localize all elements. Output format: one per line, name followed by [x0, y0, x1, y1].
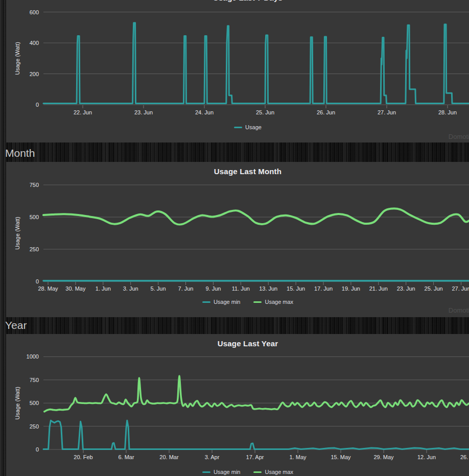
y-axis-tick-label: 750 [30, 377, 39, 383]
week-chart-legend: Usage [6, 124, 469, 130]
series-line-usage-max[interactable] [43, 208, 469, 225]
y-axis-title: Usage (Watt) [14, 217, 20, 249]
legend-label: Usage [245, 124, 262, 130]
y-axis-tick-label: 400 [30, 40, 39, 46]
y-axis-tick-label: 0 [36, 278, 39, 284]
x-axis-tick-label: 6. Mar [118, 454, 134, 460]
x-axis-tick-label: 19. Jun [342, 285, 360, 292]
legend-label: Usage min [214, 299, 241, 305]
x-axis-tick-label: 13. Jun [259, 285, 277, 292]
week-chart-panel: Usage Last 7 Days 020040060022. Jun23. J… [6, 0, 469, 142]
legend-marker [234, 127, 242, 128]
year-usage-chart[interactable]: 0250500750100020. Feb6. Mar20. Mar3. Apr… [6, 334, 469, 476]
x-axis-tick-label: 22. Jun [74, 109, 92, 115]
domoticz-watermark: Domoticz [449, 306, 469, 314]
x-axis-tick-label: 5. Jun [151, 285, 166, 292]
y-axis-tick-label: 0 [36, 102, 39, 108]
legend-marker [202, 301, 210, 303]
x-axis-tick-label: 25. Jun [256, 109, 274, 115]
month-chart-panel: Usage Last Month 025050075028. May30. Ma… [6, 162, 469, 317]
x-axis-tick-label: 28. Jun [438, 109, 457, 115]
series-line-usage[interactable] [43, 23, 469, 104]
x-axis-tick-label: 20. Mar [159, 454, 179, 460]
x-axis-tick-label: 21. Jun [369, 285, 388, 292]
y-axis-tick-label: 600 [30, 9, 39, 15]
y-axis-tick-label: 1000 [27, 353, 39, 360]
x-axis-tick-label: 12. Jun [417, 454, 436, 460]
x-axis-tick-label: 30. May [65, 285, 86, 292]
x-axis-tick-label: 29. May [373, 454, 394, 460]
year-chart-panel: Usage Last Year 0250500750100020. Feb6. … [6, 334, 469, 476]
x-axis-tick-label: 11. Jun [232, 285, 250, 292]
x-axis-tick-label: 17. Apr [246, 454, 264, 460]
x-axis-tick-label: 3. Apr [205, 454, 220, 460]
x-axis-tick-label: 25. Jun [425, 285, 443, 292]
x-axis-tick-label: 7. Jun [178, 285, 194, 292]
y-axis-tick-label: 500 [30, 214, 39, 220]
x-axis-tick-label: 17. Jun [314, 285, 333, 292]
x-axis-tick-label: 27. Jun [378, 109, 396, 115]
y-axis-tick-label: 250 [30, 246, 39, 252]
legend-item-usage-max[interactable]: Usage max [253, 469, 293, 475]
x-axis-tick-label: 23. Jun [397, 285, 415, 292]
x-axis-tick-label: 9. Jun [205, 285, 221, 292]
month-chart-legend: Usage minUsage max [6, 299, 469, 305]
legend-label: Usage max [265, 469, 293, 475]
x-axis-tick-label: 1. May [289, 454, 307, 460]
series-line-usage-max[interactable] [44, 376, 469, 412]
y-axis-title: Usage (Watt) [14, 387, 20, 419]
x-axis-tick-label: 24. Jun [195, 109, 214, 115]
week-usage-chart[interactable]: 020040060022. Jun23. Jun24. Jun25. Jun26… [6, 0, 469, 142]
legend-label: Usage max [265, 299, 293, 305]
legend-label: Usage min [214, 469, 241, 475]
y-axis-tick-label: 250 [30, 423, 39, 430]
x-axis-tick-label: 1. Jun [96, 285, 111, 292]
series-line-usage-min[interactable] [43, 420, 469, 449]
legend-item-usage-min[interactable]: Usage min [202, 469, 241, 475]
x-axis-tick-label: 20. Feb [74, 454, 92, 460]
x-axis-tick-label: 15. May [331, 454, 351, 460]
y-axis-tick-label: 500 [30, 400, 39, 406]
x-axis-tick-label: 26. Jun [460, 454, 469, 460]
year-chart-legend: Usage minUsage max [6, 469, 469, 475]
legend-marker [253, 471, 262, 473]
y-axis-title: Usage (Watt) [14, 42, 20, 75]
x-axis-tick-label: 26. Jun [317, 109, 335, 115]
x-axis-tick-label: 23. Jun [134, 109, 153, 115]
legend-marker [253, 301, 262, 303]
legend-item-usage-max[interactable]: Usage max [253, 299, 293, 305]
y-axis-tick-label: 0 [36, 446, 39, 453]
y-axis-tick-label: 750 [30, 182, 39, 188]
legend-marker [202, 471, 210, 473]
legend-item-usage-min[interactable]: Usage min [202, 299, 241, 305]
x-axis-tick-label: 3. Jun [123, 285, 138, 292]
domoticz-watermark: Domoticz [449, 133, 469, 140]
month-usage-chart[interactable]: 025050075028. May30. May1. Jun3. Jun5. J… [6, 162, 469, 317]
dashboard-screen: Usage Last 7 Days 020040060022. Jun23. J… [0, 0, 469, 476]
section-header-year: Year [5, 319, 27, 332]
x-axis-tick-label: 15. Jun [287, 285, 305, 292]
section-header-month: Month [5, 147, 35, 160]
legend-item-usage[interactable]: Usage [234, 124, 262, 130]
x-axis-tick-label: 27. Jun [452, 285, 469, 292]
x-axis-tick-label: 28. May [38, 285, 58, 292]
y-axis-tick-label: 200 [30, 71, 39, 77]
